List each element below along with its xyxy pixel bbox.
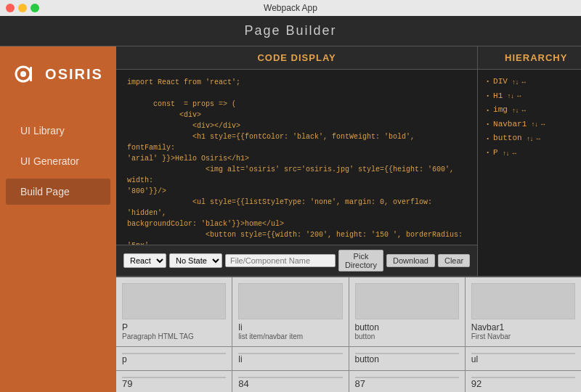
component-grid: P Paragraph HTML TAG li list item/navbar…	[116, 277, 581, 392]
component-card[interactable]: ul	[466, 347, 581, 370]
component-number: 79	[122, 378, 226, 389]
component-card[interactable]: button button	[349, 277, 465, 346]
component-tag: li	[238, 354, 342, 364]
hierarchy-label: img	[493, 104, 508, 117]
hierarchy-arrows: ↑↓ ↔	[501, 148, 518, 158]
component-number: 87	[355, 378, 459, 389]
page-builder-title: Page Builder	[244, 23, 336, 38]
state-select[interactable]: No State	[169, 253, 222, 268]
component-card[interactable]: 84	[232, 371, 348, 392]
logo-text: OSIRIS	[45, 66, 103, 83]
component-card[interactable]: 92	[466, 371, 581, 392]
content-area: OSIRIS UI Library UI Generator Build Pag…	[0, 46, 581, 392]
component-preview	[471, 283, 575, 319]
component-tag: P	[122, 322, 226, 332]
hierarchy-item[interactable]: • P ↑↓ ↔	[487, 147, 581, 160]
component-name-input[interactable]	[225, 254, 336, 267]
component-desc: list item/navbar item	[238, 332, 342, 340]
component-card[interactable]: li	[232, 347, 348, 370]
hierarchy-item[interactable]: • DIV ↑↓ ↔	[487, 75, 581, 89]
code-display-header: CODE DISPLAY	[116, 46, 477, 70]
hierarchy-content: • DIV ↑↓ ↔ • H1 ↑↓ ↔ • img ↑↓ ↔ • Navbar…	[478, 70, 581, 276]
hierarchy-item[interactable]: • Navbar1 ↑↓ ↔	[487, 118, 581, 131]
sidebar-item-build-page[interactable]: Build Page	[6, 179, 110, 205]
component-preview	[355, 283, 459, 319]
sidebar-item-ui-library[interactable]: UI Library	[6, 118, 110, 144]
download-button[interactable]: Download	[386, 254, 435, 267]
hierarchy-item[interactable]: • img ↑↓ ↔	[487, 104, 581, 117]
hierarchy-label: P	[493, 147, 498, 160]
component-desc: Paragraph HTML TAG	[122, 332, 226, 340]
component-number: 84	[238, 378, 342, 389]
component-card[interactable]: P Paragraph HTML TAG	[116, 277, 232, 346]
hierarchy-arrows: ↑↓ ↔	[505, 91, 522, 101]
traffic-lights	[6, 4, 39, 12]
component-tag: p	[122, 354, 226, 364]
code-toolbar: React No State Pick Directory Download C…	[116, 245, 477, 276]
component-card[interactable]: 87	[349, 371, 465, 392]
clear-button[interactable]: Clear	[438, 254, 470, 267]
close-button[interactable]	[6, 4, 15, 12]
hierarchy-label: H1	[493, 90, 503, 103]
component-tag: button	[355, 354, 459, 364]
framework-select[interactable]: React	[123, 253, 166, 268]
bullet-icon: •	[487, 77, 489, 86]
sidebar: OSIRIS UI Library UI Generator Build Pag…	[0, 46, 116, 392]
component-card[interactable]: li list item/navbar item	[232, 277, 348, 346]
minimize-button[interactable]	[18, 4, 27, 12]
component-desc: First Navbar	[471, 332, 575, 340]
window-title: Webpack App	[264, 3, 317, 13]
sidebar-item-ui-generator[interactable]: UI Generator	[6, 148, 110, 174]
hierarchy-arrows: ↑↓ ↔	[511, 105, 527, 115]
hierarchy-item[interactable]: • button ↑↓ ↔	[487, 132, 581, 145]
svg-point-1	[20, 71, 26, 77]
component-tag: Navbar1	[471, 322, 575, 332]
bullet-icon: •	[487, 120, 489, 129]
component-card[interactable]: 79	[116, 371, 232, 392]
component-grid-section: P Paragraph HTML TAG li list item/navbar…	[116, 276, 581, 392]
maximize-button[interactable]	[31, 4, 39, 12]
component-card[interactable]: Navbar1 First Navbar	[466, 277, 581, 346]
component-preview	[238, 283, 342, 319]
hierarchy-header: HIERARCHY	[478, 46, 581, 70]
hierarchy-arrows: ↑↓ ↔	[511, 77, 527, 87]
code-display-panel: CODE DISPLAY import React from 'react'; …	[116, 46, 478, 276]
top-section: CODE DISPLAY import React from 'react'; …	[116, 46, 581, 276]
hierarchy-label: DIV	[493, 75, 508, 89]
app-header: Page Builder	[0, 16, 581, 46]
osiris-logo-icon	[13, 61, 39, 87]
pick-directory-button[interactable]: Pick Directory	[338, 250, 383, 271]
bullet-icon: •	[487, 134, 489, 144]
component-tag: ul	[471, 354, 575, 364]
title-bar: Webpack App	[0, 0, 581, 16]
app: Page Builder OSIRIS UI Library UI Genera…	[0, 16, 581, 392]
hierarchy-label: Navbar1	[493, 118, 527, 131]
svg-rect-2	[30, 67, 32, 81]
logo: OSIRIS	[13, 61, 103, 87]
hierarchy-label: button	[493, 132, 522, 145]
sidebar-nav: UI Library UI Generator Build Page	[0, 116, 116, 206]
bullet-icon: •	[487, 106, 489, 115]
hierarchy-item[interactable]: • H1 ↑↓ ↔	[487, 90, 581, 103]
hierarchy-panel: HIERARCHY • DIV ↑↓ ↔ • H1 ↑↓ ↔ • img ↑↓ …	[478, 46, 581, 276]
hierarchy-arrows: ↑↓ ↔	[529, 119, 546, 129]
bullet-icon: •	[487, 148, 489, 158]
component-tag: li	[238, 322, 342, 332]
component-number: 92	[471, 378, 575, 389]
main-content: CODE DISPLAY import React from 'react'; …	[116, 46, 581, 392]
component-desc: button	[355, 332, 459, 340]
component-tag: button	[355, 322, 459, 332]
bullet-icon: •	[487, 91, 489, 101]
component-preview	[122, 283, 226, 319]
hierarchy-arrows: ↑↓ ↔	[525, 134, 542, 144]
component-card[interactable]: p	[116, 347, 232, 370]
code-area[interactable]: import React from 'react'; const = props…	[116, 70, 477, 245]
component-card[interactable]: button	[349, 347, 465, 370]
